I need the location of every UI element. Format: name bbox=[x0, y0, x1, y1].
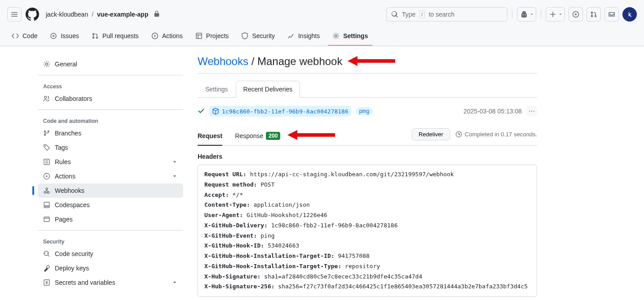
sidebar-collaborators[interactable]: Collaborators bbox=[38, 91, 183, 106]
tab-projects[interactable]: Projects bbox=[191, 29, 234, 46]
clock-icon bbox=[455, 131, 462, 138]
subtab-deliveries[interactable]: Recent Deliveries bbox=[236, 81, 300, 98]
chevron-down-icon bbox=[172, 279, 178, 286]
sidebar-branches[interactable]: Branches bbox=[38, 126, 183, 140]
issue-icon bbox=[572, 11, 579, 18]
chevron-down-icon bbox=[172, 159, 178, 165]
tab-settings[interactable]: Settings bbox=[328, 29, 372, 46]
tab-actions[interactable]: Actions bbox=[147, 29, 187, 46]
key-icon bbox=[43, 265, 50, 272]
issues-button[interactable] bbox=[569, 7, 583, 22]
gear-icon bbox=[43, 61, 50, 68]
search-input[interactable]: Type / to search bbox=[386, 7, 507, 22]
avatar[interactable]: ⱪ bbox=[622, 7, 637, 22]
sidebar-heading-access: Access bbox=[38, 79, 183, 91]
chevron-down-icon bbox=[172, 173, 178, 179]
search-suffix: to search bbox=[428, 11, 454, 18]
svg-point-9 bbox=[45, 146, 46, 147]
webhook-subtabs: Settings Recent Deliveries bbox=[198, 81, 537, 98]
webhooks-link[interactable]: Webhooks bbox=[198, 55, 248, 67]
request-response-tabs: Request Response 200 Redeliver Completed… bbox=[198, 126, 537, 146]
sidebar-heading-security: Security bbox=[38, 234, 183, 247]
hamburger-icon bbox=[11, 11, 18, 18]
tab-insights[interactable]: Insights bbox=[283, 29, 324, 46]
sidebar-secrets[interactable]: Secrets and variables bbox=[38, 275, 183, 290]
github-icon bbox=[26, 8, 39, 21]
hamburger-menu[interactable] bbox=[7, 7, 22, 22]
svg-point-7 bbox=[46, 63, 48, 65]
svg-rect-15 bbox=[44, 202, 49, 206]
delivery-id-badge: 1c98c860-fbb2-11ef-96b9-8ac004278186 bbox=[209, 106, 351, 117]
sidebar-rules[interactable]: Rules bbox=[38, 155, 183, 169]
sidebar-codespaces[interactable]: Codespaces bbox=[38, 198, 183, 212]
pr-icon bbox=[590, 11, 597, 18]
svg-point-8 bbox=[44, 96, 47, 99]
svg-point-14 bbox=[46, 188, 48, 190]
tab-pulls[interactable]: Pull requests bbox=[87, 29, 143, 46]
headers-box: Request URL: https://api-cc-staging.klou… bbox=[198, 165, 537, 297]
svg-point-3 bbox=[53, 35, 54, 37]
project-icon bbox=[195, 32, 203, 39]
gear-icon bbox=[332, 32, 340, 39]
graph-icon bbox=[287, 32, 295, 39]
svg-rect-16 bbox=[44, 206, 49, 208]
breadcrumb-sep: / bbox=[92, 11, 93, 18]
topbar: jack-kloudbean / vue-example-app Type / … bbox=[0, 0, 644, 29]
check-icon bbox=[198, 107, 205, 116]
pages-icon bbox=[43, 216, 50, 223]
lock-icon bbox=[154, 11, 160, 18]
tab-request[interactable]: Request bbox=[198, 127, 222, 146]
pulls-button[interactable] bbox=[587, 7, 601, 22]
svg-rect-10 bbox=[44, 159, 49, 165]
sidebar-deploy-keys[interactable]: Deploy keys bbox=[38, 261, 183, 275]
breadcrumb-repo[interactable]: vue-example-app bbox=[97, 11, 148, 18]
svg-point-1 bbox=[575, 13, 577, 15]
tag-icon bbox=[43, 144, 50, 151]
rules-icon bbox=[43, 158, 50, 165]
codespaces-icon bbox=[43, 201, 50, 209]
sidebar-webhooks[interactable]: Webhooks bbox=[38, 183, 183, 198]
page-title: Webhooks / Manage webhook bbox=[198, 55, 537, 74]
sidebar-actions[interactable]: Actions bbox=[38, 169, 183, 183]
completed-text: Completed in 0.17 seconds. bbox=[455, 131, 537, 138]
subtab-settings[interactable]: Settings bbox=[198, 81, 236, 97]
create-button[interactable] bbox=[546, 7, 565, 22]
shield-icon bbox=[241, 32, 248, 39]
svg-rect-5 bbox=[196, 33, 202, 39]
status-badge: 200 bbox=[266, 132, 280, 140]
tab-response[interactable]: Response 200 bbox=[235, 126, 280, 145]
topbar-right: Type / to search ⱪ bbox=[386, 7, 637, 22]
people-icon bbox=[43, 95, 50, 102]
repo-tabs: Code Issues Pull requests Actions Projec… bbox=[0, 29, 644, 46]
breadcrumb-owner[interactable]: jack-kloudbean bbox=[46, 11, 88, 18]
title-slash: / bbox=[251, 55, 257, 67]
main-content: Webhooks / Manage webhook Settings Recen… bbox=[183, 46, 551, 300]
divider bbox=[541, 10, 541, 19]
annotation-arrow bbox=[287, 130, 335, 140]
chevron-down-icon bbox=[529, 12, 534, 17]
codescan-icon bbox=[43, 250, 50, 257]
headers-title: Headers bbox=[198, 153, 537, 160]
sidebar-code-security[interactable]: Code security bbox=[38, 247, 183, 261]
tab-security[interactable]: Security bbox=[237, 29, 279, 46]
svg-rect-17 bbox=[44, 217, 49, 222]
inbox-button[interactable] bbox=[604, 7, 619, 22]
sidebar-tags[interactable]: Tags bbox=[38, 140, 183, 155]
svg-point-6 bbox=[335, 35, 337, 37]
breadcrumb: jack-kloudbean / vue-example-app bbox=[46, 11, 160, 18]
tab-issues[interactable]: Issues bbox=[45, 29, 83, 46]
copilot-icon bbox=[520, 11, 528, 18]
redeliver-button[interactable]: Redeliver bbox=[412, 128, 450, 140]
play-icon bbox=[151, 32, 159, 39]
copilot-button[interactable] bbox=[517, 7, 536, 22]
sidebar-heading-code: Code and automation bbox=[38, 113, 183, 126]
delivery-row[interactable]: 1c98c860-fbb2-11ef-96b9-8ac004278186 pin… bbox=[198, 98, 537, 121]
github-logo[interactable] bbox=[25, 7, 40, 22]
plus-icon bbox=[549, 11, 556, 18]
tab-code[interactable]: Code bbox=[7, 29, 42, 46]
sidebar-general[interactable]: General bbox=[38, 57, 183, 71]
sidebar-pages[interactable]: Pages bbox=[38, 212, 183, 226]
title-text: Manage webhook bbox=[257, 55, 342, 67]
kebab-menu[interactable]: ⋯ bbox=[526, 106, 537, 117]
cube-icon bbox=[212, 108, 219, 115]
